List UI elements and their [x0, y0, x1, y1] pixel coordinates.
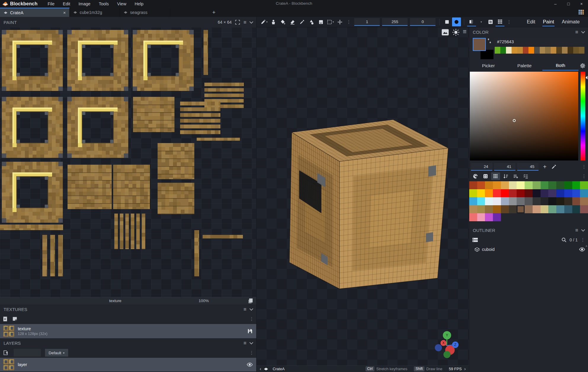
new-layer-icon[interactable]: [3, 350, 8, 355]
palette-swatch[interactable]: [564, 205, 572, 213]
palette-swatch[interactable]: [564, 181, 572, 189]
mode-paint[interactable]: Paint: [542, 18, 555, 26]
palette-swatch[interactable]: [517, 205, 525, 213]
history-swatch[interactable]: [568, 47, 573, 54]
viewport-menu-icon[interactable]: ≡: [463, 28, 467, 36]
palette-swatch[interactable]: [517, 181, 525, 189]
search-icon[interactable]: [561, 237, 567, 243]
panel-menu-icon[interactable]: ≡: [575, 228, 578, 233]
outliner-item-cuboid[interactable]: cuboid ▲: [469, 245, 588, 254]
mode-edit[interactable]: Edit: [526, 18, 536, 26]
palette-swatch[interactable]: [556, 205, 564, 213]
palette-swatch[interactable]: [548, 205, 556, 213]
palette-swatch[interactable]: [469, 197, 477, 205]
palette-swatch[interactable]: [485, 197, 493, 205]
palette-swatch[interactable]: [572, 197, 580, 205]
brush-softness-input[interactable]: 0: [410, 18, 435, 26]
palette-swatch[interactable]: [485, 213, 493, 221]
copy-brush-tool[interactable]: [316, 17, 325, 26]
hue-slider-handle[interactable]: [584, 76, 587, 79]
primary-color-swatch[interactable]: [473, 38, 486, 51]
palette-swatch[interactable]: [580, 189, 588, 197]
palette-swatch[interactable]: [477, 197, 485, 205]
palette-swatch[interactable]: [509, 197, 517, 205]
palette-swatch[interactable]: [580, 181, 588, 189]
palette-swatch[interactable]: [477, 205, 485, 213]
menu-help[interactable]: Help: [131, 1, 147, 7]
color-picker-cursor[interactable]: [513, 119, 516, 122]
palette-swatch[interactable]: [541, 197, 549, 205]
move-tool[interactable]: [335, 17, 344, 26]
chevron-down-icon[interactable]: [249, 341, 253, 344]
palette-swatch[interactable]: [469, 181, 477, 189]
palette-swatch[interactable]: [533, 181, 541, 189]
palette-swatch[interactable]: [572, 189, 580, 197]
swap-colors-icon[interactable]: [487, 38, 492, 44]
apps-grid-icon[interactable]: [579, 10, 584, 15]
palette-swatch[interactable]: [548, 181, 556, 189]
history-swatch[interactable]: [562, 47, 568, 54]
chevron-down-icon[interactable]: [581, 30, 585, 33]
add-colors-icon[interactable]: [511, 172, 520, 180]
palette-swatch[interactable]: [548, 189, 556, 197]
palette-swatch[interactable]: [509, 205, 517, 213]
painting-grid-toggle[interactable]: [496, 17, 504, 26]
texture-edit-canvas[interactable]: [0, 28, 257, 297]
palette-swatch[interactable]: [485, 205, 493, 213]
palette-swatch[interactable]: [477, 213, 485, 221]
palette-swatch[interactable]: [525, 197, 533, 205]
palette-swatch[interactable]: [533, 197, 541, 205]
palette-swatch[interactable]: [501, 197, 509, 205]
add-to-palette-button[interactable]: +: [540, 163, 549, 170]
palette-swatch[interactable]: [493, 213, 501, 221]
mode-animate[interactable]: Animate: [561, 18, 580, 26]
kebab-menu-icon[interactable]: ⋮: [582, 174, 586, 179]
palette-swatch[interactable]: [485, 181, 493, 189]
fullscreen-icon[interactable]: [235, 20, 240, 25]
mirror-paint-toggle[interactable]: [467, 17, 476, 26]
history-swatch[interactable]: [500, 47, 506, 54]
palette-swatch[interactable]: [493, 197, 501, 205]
prev-project-icon[interactable]: ‹: [259, 366, 261, 372]
history-swatch[interactable]: [512, 47, 517, 54]
palette-list-icon[interactable]: [521, 172, 530, 180]
secondary-color-swatch[interactable]: [480, 50, 494, 59]
3d-viewport[interactable]: ≡ YXZ ‹: [257, 27, 469, 372]
hue-input[interactable]: 24: [471, 163, 492, 171]
history-swatch[interactable]: [551, 47, 556, 54]
saturation-input[interactable]: 41: [494, 163, 515, 171]
history-swatch[interactable]: [495, 47, 500, 54]
kebab-menu-icon[interactable]: ⋮: [347, 19, 351, 25]
menu-view[interactable]: View: [113, 1, 130, 7]
randomize-palette-icon[interactable]: [481, 172, 490, 180]
create-texture-icon[interactable]: [12, 316, 18, 322]
kebab-menu-icon[interactable]: ⋮: [507, 19, 511, 25]
view-axis-gizmo[interactable]: YXZ: [432, 328, 465, 364]
pixel-pattern-toggle[interactable]: [486, 17, 495, 26]
panel-menu-icon[interactable]: ≡: [243, 307, 246, 312]
palette-swatch[interactable]: [469, 189, 477, 197]
palette-swatch[interactable]: [541, 181, 549, 189]
tab-palette[interactable]: Palette: [507, 61, 543, 70]
palette-swatch[interactable]: [541, 205, 549, 213]
history-swatch[interactable]: [534, 47, 540, 54]
tab-both[interactable]: Both: [542, 61, 579, 70]
minimize-button[interactable]: –: [549, 0, 562, 8]
value-input[interactable]: 45: [517, 163, 539, 171]
palette-swatch[interactable]: [477, 181, 485, 189]
palette-swatch[interactable]: [572, 181, 580, 189]
kebab-menu-icon[interactable]: ⋮: [581, 237, 585, 243]
copy-icon[interactable]: [248, 298, 253, 304]
square-brush-shape-button[interactable]: [443, 17, 451, 26]
palette-swatch[interactable]: [469, 213, 477, 221]
tab-picker[interactable]: Picker: [470, 61, 507, 70]
palette-grid-view-icon[interactable]: [491, 172, 500, 180]
chevron-down-icon[interactable]: [581, 228, 585, 232]
palette-swatch[interactable]: [572, 205, 580, 213]
selection-tool[interactable]: ▾: [326, 17, 335, 26]
palette-swatch[interactable]: [509, 189, 517, 197]
eraser-tool[interactable]: [288, 17, 297, 26]
palette-swatch[interactable]: [493, 189, 501, 197]
chevron-down-icon[interactable]: [249, 307, 253, 311]
crate-model[interactable]: [257, 27, 469, 365]
